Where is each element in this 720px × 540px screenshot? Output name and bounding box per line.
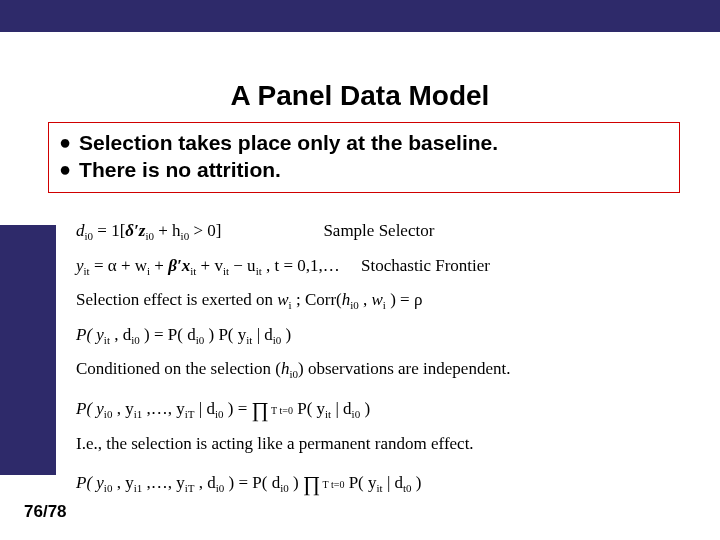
bullet-dot-icon: ● bbox=[59, 156, 71, 183]
bullet-dot-icon: ● bbox=[59, 129, 71, 156]
bullet-text-1: Selection takes place only at the baseli… bbox=[79, 129, 498, 156]
eq-stochastic-frontier: yit = α + wi + β′xit + vit − uit , t = 0… bbox=[76, 252, 686, 281]
product-icon: ∏ bbox=[251, 398, 268, 422]
eq-conditioned-text: Conditioned on the selection (hi0) obser… bbox=[76, 355, 686, 384]
eq-ie-text: I.e., the selection is acting like a per… bbox=[76, 430, 686, 458]
eq-product-1: P( yi0 , yi1 ,…, yiT | di0 ) = ∏ T t=0 P… bbox=[76, 390, 686, 425]
top-accent-bar bbox=[0, 0, 720, 32]
product-icon: ∏ bbox=[303, 472, 320, 496]
eq-sample-selector: di0 = 1[δ′zi0 + hi0 > 0] Sample Selector bbox=[76, 217, 686, 246]
eq-joint-prob: P( yit , di0 ) = P( di0 ) P( yit | di0 ) bbox=[76, 321, 686, 350]
highlight-box: ● Selection takes place only at the base… bbox=[48, 122, 680, 193]
slide: A Panel Data Model ● Selection takes pla… bbox=[0, 0, 720, 540]
bullet-text-2: There is no attrition. bbox=[79, 156, 281, 183]
math-block: di0 = 1[δ′zi0 + hi0 > 0] Sample Selector… bbox=[76, 217, 686, 505]
label-stochastic-frontier: Stochastic Frontier bbox=[361, 256, 490, 275]
label-sample-selector: Sample Selector bbox=[323, 221, 434, 240]
bullet-item-1: ● Selection takes place only at the base… bbox=[59, 129, 669, 156]
left-accent-bar bbox=[0, 225, 56, 475]
bullet-item-2: ● There is no attrition. bbox=[59, 156, 669, 183]
slide-title: A Panel Data Model bbox=[0, 80, 720, 112]
eq-product-2: P( yi0 , yi1 ,…, yiT , di0 ) = P( di0 ) … bbox=[76, 464, 686, 499]
page-number: 76/78 bbox=[24, 502, 67, 522]
eq-selection-effect: Selection effect is exerted on wi ; Corr… bbox=[76, 286, 686, 315]
